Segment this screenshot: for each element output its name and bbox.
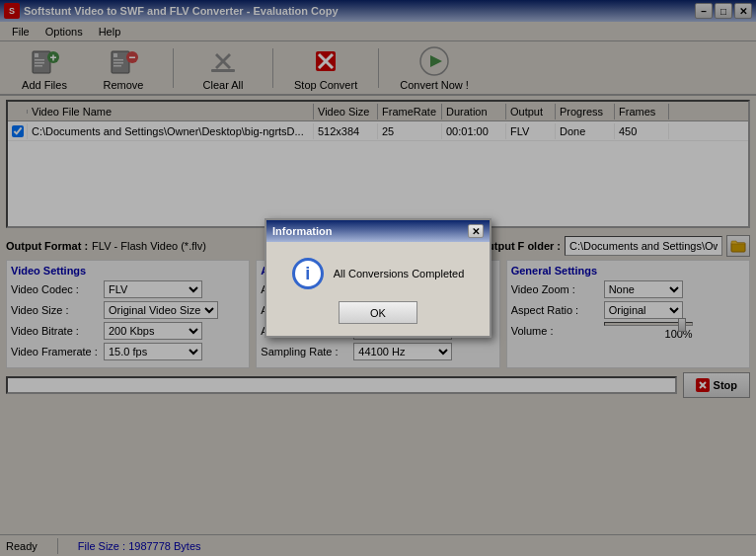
dialog-content: i All Conversions Completed [292, 258, 465, 289]
dialog-title: Information [272, 225, 333, 237]
info-icon: i [292, 258, 324, 289]
dialog-title-bar: Information ✕ [266, 220, 490, 242]
dialog-overlay: Information ✕ i All Conversions Complete… [0, 0, 756, 556]
dialog-close-button[interactable]: ✕ [468, 224, 484, 238]
dialog-message: All Conversions Completed [334, 268, 465, 279]
information-dialog: Information ✕ i All Conversions Complete… [265, 218, 491, 338]
dialog-ok-button[interactable]: OK [339, 301, 417, 324]
dialog-body: i All Conversions Completed OK [266, 242, 490, 336]
